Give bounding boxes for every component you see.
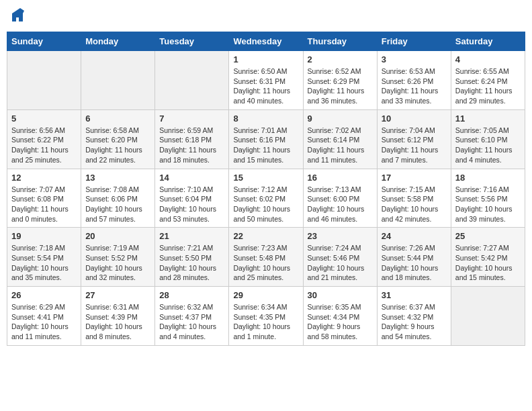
calendar-cell: 4Sunrise: 6:55 AM Sunset: 6:24 PM Daylig… (451, 51, 525, 110)
day-info: Sunrise: 7:07 AM Sunset: 6:08 PM Dayligh… (11, 185, 77, 224)
day-number: 30 (308, 290, 373, 300)
calendar-cell: 31Sunrise: 6:37 AM Sunset: 4:32 PM Dayli… (377, 287, 451, 346)
day-info: Sunrise: 7:16 AM Sunset: 5:56 PM Dayligh… (455, 185, 521, 224)
day-number: 25 (455, 231, 521, 241)
day-info: Sunrise: 6:52 AM Sunset: 6:29 PM Dayligh… (308, 66, 373, 106)
calendar-cell: 14Sunrise: 7:10 AM Sunset: 6:04 PM Dayli… (155, 169, 229, 228)
day-number: 22 (233, 231, 298, 241)
calendar-table: SundayMondayTuesdayWednesdayThursdayFrid… (7, 32, 525, 346)
day-number: 11 (455, 113, 521, 124)
weekday-header: Monday (81, 32, 155, 51)
day-info: Sunrise: 7:13 AM Sunset: 6:00 PM Dayligh… (308, 185, 373, 224)
day-info: Sunrise: 6:59 AM Sunset: 6:18 PM Dayligh… (159, 126, 224, 165)
calendar-cell: 13Sunrise: 7:08 AM Sunset: 6:06 PM Dayli… (81, 169, 155, 228)
calendar-cell: 7Sunrise: 6:59 AM Sunset: 6:18 PM Daylig… (155, 109, 229, 169)
calendar-cell: 26Sunrise: 6:29 AM Sunset: 4:41 PM Dayli… (7, 287, 81, 346)
calendar-cell: 16Sunrise: 7:13 AM Sunset: 6:00 PM Dayli… (303, 169, 377, 228)
calendar-cell: 19Sunrise: 7:18 AM Sunset: 5:54 PM Dayli… (7, 228, 81, 287)
calendar-cell: 15Sunrise: 7:12 AM Sunset: 6:02 PM Dayli… (229, 169, 303, 228)
day-number: 28 (159, 290, 224, 300)
weekday-header: Friday (377, 32, 451, 51)
calendar-cell: 21Sunrise: 7:21 AM Sunset: 5:50 PM Dayli… (155, 228, 229, 287)
day-info: Sunrise: 7:08 AM Sunset: 6:06 PM Dayligh… (85, 185, 150, 224)
day-number: 13 (85, 173, 150, 183)
weekday-header: Sunday (7, 32, 81, 51)
day-info: Sunrise: 7:05 AM Sunset: 6:10 PM Dayligh… (455, 126, 521, 165)
day-number: 7 (159, 113, 224, 124)
day-number: 29 (233, 290, 298, 300)
day-number: 15 (233, 173, 298, 183)
calendar-cell: 8Sunrise: 7:01 AM Sunset: 6:16 PM Daylig… (229, 109, 303, 169)
day-info: Sunrise: 7:04 AM Sunset: 6:12 PM Dayligh… (382, 126, 447, 165)
day-info: Sunrise: 6:29 AM Sunset: 4:41 PM Dayligh… (11, 302, 77, 342)
day-info: Sunrise: 6:37 AM Sunset: 4:32 PM Dayligh… (382, 302, 447, 342)
day-info: Sunrise: 7:19 AM Sunset: 5:52 PM Dayligh… (85, 243, 150, 283)
day-number: 27 (85, 290, 150, 300)
calendar-cell (81, 51, 155, 110)
logo (9, 7, 27, 26)
day-info: Sunrise: 7:15 AM Sunset: 5:58 PM Dayligh… (382, 185, 447, 224)
calendar-cell: 2Sunrise: 6:52 AM Sunset: 6:29 PM Daylig… (303, 51, 377, 110)
day-number: 3 (382, 54, 447, 64)
day-number: 24 (382, 231, 447, 241)
calendar-cell: 10Sunrise: 7:04 AM Sunset: 6:12 PM Dayli… (377, 109, 451, 169)
day-info: Sunrise: 7:21 AM Sunset: 5:50 PM Dayligh… (159, 243, 224, 283)
day-number: 5 (11, 113, 77, 124)
day-number: 6 (85, 113, 150, 124)
day-number: 10 (382, 113, 447, 124)
day-info: Sunrise: 7:18 AM Sunset: 5:54 PM Dayligh… (11, 243, 77, 283)
calendar-cell: 24Sunrise: 7:26 AM Sunset: 5:44 PM Dayli… (377, 228, 451, 287)
day-info: Sunrise: 6:32 AM Sunset: 4:37 PM Dayligh… (159, 302, 224, 342)
day-number: 1 (233, 54, 298, 64)
day-number: 9 (308, 113, 373, 124)
day-info: Sunrise: 6:31 AM Sunset: 4:39 PM Dayligh… (85, 302, 150, 342)
day-number: 19 (11, 231, 77, 241)
calendar-cell: 9Sunrise: 7:02 AM Sunset: 6:14 PM Daylig… (303, 109, 377, 169)
day-info: Sunrise: 6:58 AM Sunset: 6:20 PM Dayligh… (85, 126, 150, 165)
day-info: Sunrise: 6:55 AM Sunset: 6:24 PM Dayligh… (455, 66, 521, 106)
weekday-header: Wednesday (229, 32, 303, 51)
day-number: 26 (11, 290, 77, 300)
day-number: 16 (308, 173, 373, 183)
day-number: 8 (233, 113, 298, 124)
day-number: 4 (455, 54, 521, 64)
weekday-header: Saturday (451, 32, 525, 51)
day-number: 2 (308, 54, 373, 64)
day-number: 18 (455, 173, 521, 183)
calendar-cell: 29Sunrise: 6:34 AM Sunset: 4:35 PM Dayli… (229, 287, 303, 346)
calendar-cell: 20Sunrise: 7:19 AM Sunset: 5:52 PM Dayli… (81, 228, 155, 287)
calendar-cell: 6Sunrise: 6:58 AM Sunset: 6:20 PM Daylig… (81, 109, 155, 169)
weekday-header: Thursday (303, 32, 377, 51)
day-number: 12 (11, 173, 77, 183)
weekday-header: Tuesday (155, 32, 229, 51)
day-info: Sunrise: 7:10 AM Sunset: 6:04 PM Dayligh… (159, 185, 224, 224)
day-number: 17 (382, 173, 447, 183)
calendar-cell (451, 287, 525, 346)
calendar-cell: 30Sunrise: 6:35 AM Sunset: 4:34 PM Dayli… (303, 287, 377, 346)
calendar-cell: 17Sunrise: 7:15 AM Sunset: 5:58 PM Dayli… (377, 169, 451, 228)
day-info: Sunrise: 6:35 AM Sunset: 4:34 PM Dayligh… (308, 302, 373, 342)
day-number: 20 (85, 231, 150, 241)
day-number: 21 (159, 231, 224, 241)
calendar-cell: 28Sunrise: 6:32 AM Sunset: 4:37 PM Dayli… (155, 287, 229, 346)
day-info: Sunrise: 7:26 AM Sunset: 5:44 PM Dayligh… (382, 243, 447, 283)
calendar-cell: 25Sunrise: 7:27 AM Sunset: 5:42 PM Dayli… (451, 228, 525, 287)
day-number: 31 (382, 290, 447, 300)
day-info: Sunrise: 7:23 AM Sunset: 5:48 PM Dayligh… (233, 243, 298, 283)
day-info: Sunrise: 6:53 AM Sunset: 6:26 PM Dayligh… (382, 66, 447, 106)
day-info: Sunrise: 7:12 AM Sunset: 6:02 PM Dayligh… (233, 185, 298, 224)
calendar-cell (155, 51, 229, 110)
calendar-cell: 5Sunrise: 6:56 AM Sunset: 6:22 PM Daylig… (7, 109, 81, 169)
day-number: 14 (159, 173, 224, 183)
day-info: Sunrise: 7:02 AM Sunset: 6:14 PM Dayligh… (308, 126, 373, 165)
logo-icon (11, 7, 27, 23)
calendar-cell: 23Sunrise: 7:24 AM Sunset: 5:46 PM Dayli… (303, 228, 377, 287)
day-number: 23 (308, 231, 373, 241)
logo-text (9, 7, 27, 26)
calendar-cell: 1Sunrise: 6:50 AM Sunset: 6:31 PM Daylig… (229, 51, 303, 110)
calendar-cell: 22Sunrise: 7:23 AM Sunset: 5:48 PM Dayli… (229, 228, 303, 287)
day-info: Sunrise: 6:50 AM Sunset: 6:31 PM Dayligh… (233, 66, 298, 106)
calendar-cell: 12Sunrise: 7:07 AM Sunset: 6:08 PM Dayli… (7, 169, 81, 228)
page-header (7, 7, 525, 26)
calendar-cell: 3Sunrise: 6:53 AM Sunset: 6:26 PM Daylig… (377, 51, 451, 110)
